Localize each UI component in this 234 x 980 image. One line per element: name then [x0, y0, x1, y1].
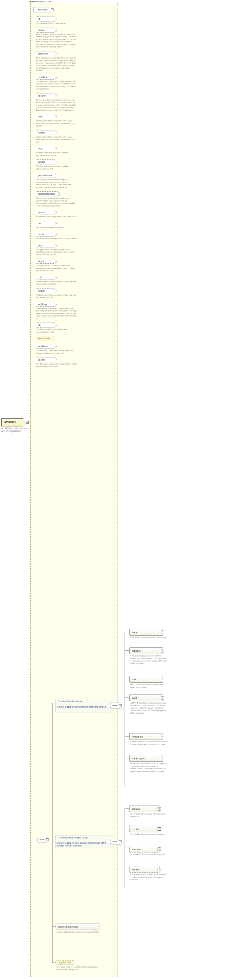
- elem-label: note: [131, 678, 136, 681]
- plus-icon[interactable]: +: [157, 848, 161, 851]
- sequence-icon: −: [110, 839, 120, 845]
- plus-icon[interactable]: +: [161, 735, 164, 738]
- attr-chip[interactable]: type: [36, 243, 55, 248]
- attr-chip[interactable]: creatoruri: [36, 51, 55, 56]
- connector: [125, 808, 125, 888]
- plus-icon[interactable]: +: [98, 925, 101, 928]
- attr-chip[interactable]: whyuri: [36, 159, 55, 164]
- elem-name[interactable]: name+: [129, 629, 163, 636]
- attr-doc: If set to true the corresponding propert…: [36, 99, 77, 111]
- attr-pubconstraint: pubconstraintOne or many constraints tha…: [36, 173, 79, 189]
- attr-creator: creatorIf the property value is not defi…: [36, 27, 79, 48]
- notch-icon: [53, 232, 56, 236]
- root-doc: An affiliation of the person with an org…: [2, 427, 28, 433]
- notch-icon: [53, 28, 56, 32]
- attr-role: roleA refinement of the semantics of the…: [36, 275, 79, 286]
- minus-icon[interactable]: −: [26, 421, 29, 424]
- elem-narrower[interactable]: narrower+: [129, 846, 160, 853]
- attr-dir: dirThe directionality of textual content…: [36, 323, 79, 333]
- attr-chip[interactable]: how: [36, 114, 55, 119]
- cardinality: 0..∞: [120, 844, 123, 846]
- notch-icon: [53, 259, 56, 263]
- elem-doc: A natural language name for the concept.: [130, 636, 167, 639]
- attribute-column: idThe local identifier of the property.c…: [36, 16, 79, 371]
- attr-chip[interactable]: qcode: [36, 210, 55, 215]
- elem-doc: A related concept, where the relationshi…: [130, 873, 167, 881]
- type-name: PersonAffiliationType: [29, 0, 51, 3]
- elem-label: facet: [131, 697, 137, 699]
- notch-icon: [53, 173, 57, 177]
- elem-doc: A link to an item or a web resource whic…: [130, 741, 167, 746]
- attr-chip[interactable]: modified: [36, 75, 55, 80]
- elem-doc: A natural language definition of the sem…: [130, 655, 167, 665]
- plus-icon[interactable]: +: [157, 827, 161, 831]
- connector: [52, 840, 56, 840]
- attr-chip[interactable]: why: [36, 146, 55, 151]
- notch-icon: [53, 302, 56, 306]
- plus-icon[interactable]: +: [161, 757, 164, 760]
- attr-validfrom: validfromThe date (and, optionally, the …: [36, 344, 79, 355]
- attr-doc: Indicates by which means the value was e…: [36, 136, 77, 143]
- attr-doc: If the property value is not defined, sp…: [36, 33, 77, 48]
- attr-how: howIndicates by which means the value wa…: [36, 114, 79, 127]
- attr-doc: Why the metadata has been included - exp…: [36, 152, 77, 157]
- elem-doc: Extension point for provider-defined pro…: [56, 966, 100, 971]
- svg-point-8: [114, 705, 115, 706]
- svg-point-12: [113, 842, 114, 842]
- elem-label: remoteInfo: [131, 735, 143, 738]
- elem-remoteinfo[interactable]: remoteInfo+: [129, 733, 163, 740]
- elem-organisationdetails[interactable]: organisationDetails +: [56, 923, 100, 930]
- connector: [121, 840, 125, 840]
- attr-chip[interactable]: id: [36, 16, 55, 22]
- attr-whyuri: whyuriWhy the metadata has been included…: [36, 159, 79, 170]
- attributes-box[interactable]: attributes −: [33, 7, 52, 13]
- attr-chip[interactable]: validfrom: [36, 344, 55, 349]
- attr-doc: The directionality of textual content (e…: [36, 328, 77, 333]
- attr-chip[interactable]: validto: [36, 357, 55, 362]
- attr-chip[interactable]: role: [36, 275, 55, 280]
- notch-icon: [53, 131, 56, 135]
- connector: [125, 651, 129, 651]
- root-label: affiliation: [4, 420, 16, 423]
- attr-chip[interactable]: pubconstraint: [36, 173, 56, 178]
- connector: [125, 632, 129, 632]
- minus-icon[interactable]: −: [119, 840, 122, 843]
- plus-icon[interactable]: +: [157, 807, 161, 810]
- elem-doc: Additional natural language information …: [130, 683, 167, 689]
- attr-doc: The type of the concept assigned as a co…: [36, 248, 77, 256]
- attr-chip[interactable]: literal: [36, 232, 55, 237]
- elem-sameas[interactable]: sameAs+: [129, 805, 160, 812]
- attr-chip[interactable]: howuri: [36, 130, 55, 135]
- minus-icon[interactable]: −: [46, 838, 49, 841]
- elem-broader[interactable]: broader+: [129, 826, 160, 832]
- plus-icon[interactable]: +: [161, 696, 164, 700]
- attr-chip[interactable]: dir: [36, 323, 55, 328]
- elem-facet[interactable]: facet+: [129, 694, 163, 701]
- elem-hierarchyinfo[interactable]: hierarchyInfo+: [129, 755, 163, 762]
- plus-icon[interactable]: +: [161, 649, 164, 652]
- elem-doc: An identifier of a more specific concept…: [130, 853, 167, 856]
- elem-definition[interactable]: definition+: [129, 648, 163, 654]
- attr-chip[interactable]: custom: [36, 93, 55, 98]
- connector: [125, 632, 125, 787]
- minus-icon[interactable]: −: [51, 8, 53, 11]
- elem-note[interactable]: note+: [129, 676, 163, 683]
- attr-chip[interactable]: roleuri: [36, 288, 55, 293]
- connector: [125, 679, 129, 679]
- attr-doc: A URI which identifies a concept.: [36, 227, 77, 229]
- notch-icon: [53, 344, 56, 348]
- attr-chip[interactable]: creator: [36, 27, 55, 33]
- attr-chip[interactable]: pubconstrainturi: [36, 191, 59, 196]
- notch-icon: [53, 323, 56, 327]
- minus-icon[interactable]: −: [119, 704, 122, 707]
- attr-chip[interactable]: xml:lang: [36, 302, 55, 307]
- plus-icon[interactable]: +: [157, 868, 161, 871]
- connector: [34, 840, 37, 840]
- attr-chip[interactable]: typeuri: [36, 259, 55, 264]
- attr-chip[interactable]: uri: [36, 221, 55, 226]
- plus-icon[interactable]: +: [161, 631, 164, 634]
- attr-type: typeThe type of the concept assigned as …: [36, 243, 79, 256]
- group-doc: A group of properties required to define…: [56, 706, 107, 708]
- plus-icon[interactable]: +: [161, 678, 164, 681]
- elem-related[interactable]: related+: [129, 866, 160, 873]
